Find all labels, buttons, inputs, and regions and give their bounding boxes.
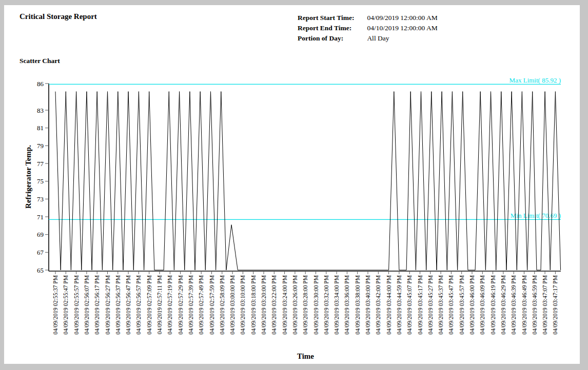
x-tick-label: 04/09/2019 02:56:07 PM xyxy=(84,275,90,335)
x-tick-label: 04/09/2019 02:57:09 PM xyxy=(146,275,152,335)
y-tick-label: 71 xyxy=(37,213,44,221)
x-tick-label: 04/09/2019 03:46:19 PM xyxy=(490,275,496,335)
x-tick-label: 04/09/2019 02:56:27 PM xyxy=(105,275,111,335)
x-tick-label: 04/09/2019 02:57:29 PM xyxy=(178,275,184,335)
x-tick-label: 04/09/2019 03:46:09 PM xyxy=(479,275,485,335)
x-tick-label: 04/09/2019 03:45:17 PM xyxy=(417,275,423,335)
x-tick-label: 04/09/2019 03:46:29 PM xyxy=(500,275,506,335)
x-tick-label: 04/09/2019 03:44:00 PM xyxy=(386,275,392,335)
x-tick-label: 04/09/2019 03:45:37 PM xyxy=(438,275,444,335)
x-tick-label: 04/09/2019 02:56:57 PM xyxy=(135,275,142,335)
x-tick-label: 04/09/2019 02:56:47 PM xyxy=(125,275,131,335)
x-tick-label: 04/09/2019 03:45:47 PM xyxy=(448,275,454,335)
scatter-chart: 656769717375777981838604/09/2019 02:55:3… xyxy=(4,5,580,364)
x-tick-label: 04/09/2019 03:24:00 PM xyxy=(282,275,288,335)
x-tick-label: 04/09/2019 03:42:00 PM xyxy=(375,275,381,335)
x-tick-label: 04/09/2019 02:58:09 PM xyxy=(219,275,225,335)
y-tick-label: 69 xyxy=(37,231,44,238)
report-page: Critical Storage Report Report Start Tim… xyxy=(4,5,580,364)
max-limit-label: Max Limit( 85.92 ) xyxy=(509,76,561,84)
y-axis-title: Refrigerator Temp. xyxy=(24,145,32,209)
x-tick-label: 04/09/2019 03:45:57 PM xyxy=(459,275,465,335)
x-tick-label: 04/09/2019 03:26:00 PM xyxy=(292,275,298,335)
x-tick-label: 04/09/2019 03:44:59 PM xyxy=(396,275,402,335)
x-tick-label: 04/09/2019 02:56:17 PM xyxy=(94,275,100,335)
x-tick-label: 04/09/2019 02:57:59 PM xyxy=(209,275,215,335)
x-tick-label: 04/09/2019 03:22:00 PM xyxy=(271,275,277,335)
x-tick-label: 04/09/2019 02:56:37 PM xyxy=(115,275,121,335)
x-axis-ticks: 04/09/2019 02:55:37 PM04/09/2019 02:55:4… xyxy=(52,271,558,335)
x-tick-label: 04/09/2019 02:55:37 PM xyxy=(52,275,58,335)
x-tick-label: 04/09/2019 02:57:11 PM xyxy=(156,275,163,334)
x-axis-title: Time xyxy=(297,352,314,360)
x-tick-label: 04/09/2019 03:38:00 PM xyxy=(355,275,361,335)
y-tick-label: 86 xyxy=(37,80,44,88)
x-tick-label: 04/09/2019 02:55:57 PM xyxy=(73,275,80,335)
x-tick-label: 04/09/2019 03:47:17 PM xyxy=(552,275,558,335)
y-tick-label: 77 xyxy=(37,160,44,168)
temperature-series-line xyxy=(55,92,561,270)
y-tick-label: 81 xyxy=(37,124,44,132)
x-tick-label: 04/09/2019 03:46:00 PM xyxy=(469,275,475,335)
y-tick-label: 65 xyxy=(37,266,44,274)
x-tick-label: 04/09/2019 03:28:00 PM xyxy=(302,275,308,335)
y-tick-label: 83 xyxy=(37,107,44,114)
x-tick-label: 04/09/2019 03:18:00 PM xyxy=(250,275,257,335)
x-tick-label: 04/09/2019 03:46:39 PM xyxy=(511,275,517,335)
x-tick-label: 04/09/2019 03:34:00 PM xyxy=(334,275,340,335)
x-tick-label: 04/09/2019 03:32:00 PM xyxy=(323,275,329,335)
x-tick-label: 04/09/2019 03:47:07 PM xyxy=(542,275,548,335)
x-tick-label: 04/09/2019 03:40:00 PM xyxy=(365,275,371,335)
x-tick-label: 04/09/2019 02:55:47 PM xyxy=(63,275,69,335)
y-tick-label: 75 xyxy=(37,177,44,185)
y-axis-ticks: 6567697173757779818386 xyxy=(37,80,49,274)
x-tick-label: 04/09/2019 02:57:19 PM xyxy=(167,275,173,335)
x-tick-label: 04/09/2019 03:20:00 PM xyxy=(261,275,267,335)
x-tick-label: 04/09/2019 02:57:39 PM xyxy=(188,275,194,335)
y-tick-label: 67 xyxy=(37,249,44,256)
x-tick-label: 04/09/2019 03:45:07 PM xyxy=(406,275,413,335)
y-tick-label: 73 xyxy=(37,195,44,203)
x-tick-label: 04/09/2019 03:30:00 PM xyxy=(313,275,319,335)
x-tick-label: 04/09/2019 02:57:49 PM xyxy=(198,275,204,335)
x-tick-label: 04/09/2019 03:00:00 PM xyxy=(229,275,236,335)
x-tick-label: 04/09/2019 03:36:00 PM xyxy=(344,275,350,335)
x-tick-label: 04/09/2019 03:46:59 PM xyxy=(532,275,538,335)
x-tick-label: 04/09/2019 03:46:49 PM xyxy=(521,275,527,335)
y-tick-label: 79 xyxy=(37,142,44,150)
x-tick-label: 04/09/2019 03:10:00 PM xyxy=(240,275,246,335)
x-tick-label: 04/09/2019 03:45:27 PM xyxy=(427,275,434,335)
